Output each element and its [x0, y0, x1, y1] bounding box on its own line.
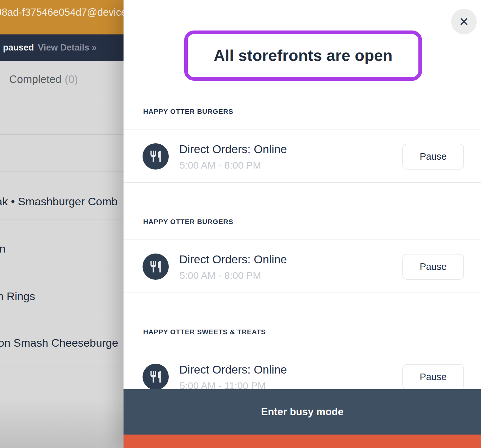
- pause-button[interactable]: Pause: [402, 144, 464, 170]
- storefront-name: HAPPY OTTER BURGERS: [143, 218, 233, 226]
- storefront-channel-title: Direct Orders: Online: [179, 143, 287, 156]
- divider: [124, 293, 481, 293]
- storefront-row: Direct Orders: Online 5:00 AM - 8:00 PM …: [124, 240, 481, 293]
- fork-knife-icon: [143, 254, 169, 280]
- divider: [124, 182, 481, 183]
- divider: [0, 408, 124, 408]
- close-icon: [458, 16, 470, 28]
- storefront-channel-title: Direct Orders: Online: [179, 253, 287, 266]
- close-button[interactable]: [451, 9, 477, 34]
- divider: [0, 361, 124, 361]
- pause-button[interactable]: Pause: [402, 364, 464, 390]
- storefront-hours: 5:00 AM - 8:00 PM: [180, 270, 261, 281]
- enter-busy-mode-button[interactable]: Enter busy mode: [124, 389, 481, 435]
- view-details-link[interactable]: View Details »: [38, 43, 97, 53]
- divider: [0, 172, 124, 172]
- list-item[interactable]: on Smash Cheeseburge: [0, 336, 118, 349]
- device-banner-text: 98ad-f37546e054d7@device: [0, 7, 124, 18]
- device-banner: 98ad-f37546e054d7@device: [0, 0, 124, 34]
- modal-title: All storefronts are open: [214, 47, 393, 65]
- tab-completed-label: Completed: [9, 73, 62, 86]
- panel-bottom-fade: [0, 399, 124, 448]
- list-item[interactable]: n: [0, 242, 6, 255]
- divider: [0, 314, 124, 314]
- tab-completed-count: (0): [65, 73, 78, 86]
- fork-knife-icon: [143, 143, 169, 170]
- pause-button[interactable]: Pause: [402, 254, 464, 280]
- storefront-row: Direct Orders: Online 5:00 AM - 8:00 PM …: [124, 130, 481, 182]
- divider: [0, 98, 124, 98]
- list-item[interactable]: ak • Smashburger Comb: [0, 195, 118, 208]
- storefront-channel-title: Direct Orders: Online: [179, 363, 287, 376]
- divider: [0, 219, 124, 219]
- divider: [0, 267, 124, 267]
- orders-background-panel: 98ad-f37546e054d7@device paused View Det…: [0, 0, 124, 448]
- fork-knife-icon: [143, 364, 169, 390]
- tab-completed[interactable]: Completed (0): [0, 61, 124, 98]
- enter-busy-mode-label: Enter busy mode: [261, 406, 344, 418]
- storefronts-modal: All storefronts are open HAPPY OTTER BUR…: [124, 0, 481, 448]
- storefront-hours: 5:00 AM - 8:00 PM: [180, 160, 261, 171]
- divider: [0, 134, 124, 135]
- list-item[interactable]: n Rings: [0, 290, 35, 303]
- storefront-name: HAPPY OTTER BURGERS: [143, 108, 233, 115]
- storefront-name: HAPPY OTTER SWEETS & TREATS: [143, 328, 266, 336]
- paused-status-bar: paused View Details »: [0, 34, 124, 61]
- modal-title-highlight: All storefronts are open: [184, 31, 422, 81]
- paused-label: paused: [3, 43, 34, 53]
- bottom-accent-strip: [124, 435, 481, 448]
